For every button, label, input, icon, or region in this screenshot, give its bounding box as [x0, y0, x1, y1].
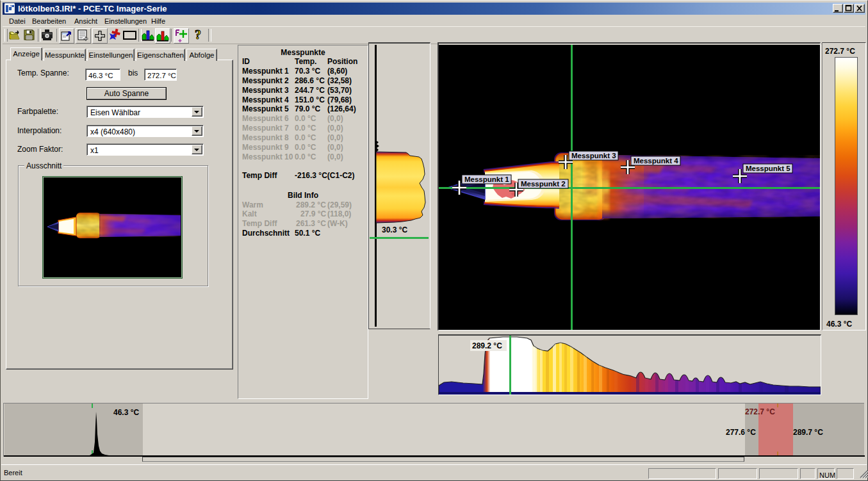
svg-text:Messpunkt 2: Messpunkt 2 [521, 180, 566, 188]
svg-text:?: ? [10, 4, 13, 10]
svg-text:289.2 °C: 289.2 °C [472, 341, 502, 350]
svg-text:30.3 °C: 30.3 °C [382, 225, 407, 234]
svg-text:Messpunkt 1: Messpunkt 1 [464, 175, 509, 183]
svg-text:Messpunkt 5: Messpunkt 5 [746, 165, 790, 172]
svg-text:?: ? [195, 28, 201, 42]
svg-text:Messpunkt 4: Messpunkt 4 [634, 157, 678, 165]
svg-text:Messpunkt 3: Messpunkt 3 [571, 152, 616, 159]
